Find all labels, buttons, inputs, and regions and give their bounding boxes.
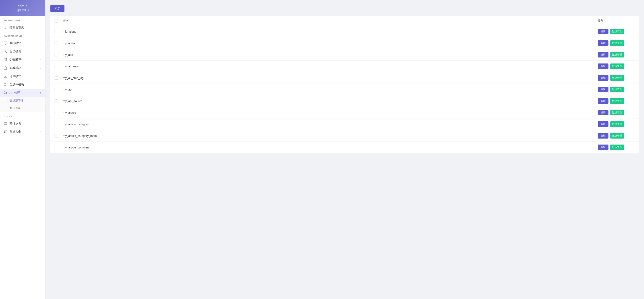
- subitem-label: 数据源管理: [10, 99, 23, 103]
- data-manage-button[interactable]: 数据管理: [610, 133, 624, 139]
- row-checkbox[interactable]: [54, 76, 58, 80]
- sidebar-item-api-module[interactable]: API管理 ∨: [0, 89, 45, 97]
- section-label-tools: TOOLS: [0, 112, 45, 119]
- svg-rect-0: [4, 42, 7, 44]
- svg-rect-10: [4, 131, 5, 132]
- row-table-name: my_ali_sms: [63, 65, 598, 68]
- row-table-name: my_ali_sms_log: [63, 76, 598, 80]
- sidebar-item-shop-module[interactable]: 商城模块 ›: [0, 64, 45, 72]
- data-manage-button[interactable]: 数据管理: [610, 40, 624, 46]
- sidebar-item-icon-collection[interactable]: 图标大全 ›: [0, 128, 45, 136]
- row-checkbox[interactable]: [54, 111, 58, 114]
- data-manage-button[interactable]: 数据管理: [610, 87, 624, 92]
- sidebar-subitem-api-list[interactable]: 接口列表: [0, 104, 45, 112]
- table-row: my_article_comment 编辑 数据管理: [50, 142, 639, 153]
- sidebar-item-dashboard-home[interactable]: ⌂ 控制台首页: [0, 23, 45, 32]
- sidebar-item-label: 系统模块: [10, 41, 21, 45]
- row-table-name: my_article: [63, 111, 598, 114]
- edit-button[interactable]: 编辑: [598, 121, 608, 127]
- svg-rect-5: [4, 75, 4, 78]
- edit-button[interactable]: 编辑: [598, 110, 608, 115]
- data-manage-button[interactable]: 数据管理: [610, 121, 624, 127]
- row-table-name: my_article_comment: [63, 146, 598, 149]
- sidebar-item-cms-module[interactable]: CMS模块 ›: [0, 56, 45, 64]
- edit-button[interactable]: 编辑: [598, 145, 608, 150]
- table-row: my_addon 编辑 数据管理: [50, 38, 639, 49]
- main-content: 添加 表名 操作 migrations 编辑 数据管理 my_addon 编辑 …: [46, 0, 644, 299]
- sidebar-subitem-datasource[interactable]: 数据源管理: [0, 97, 45, 104]
- sidebar-username: admin: [0, 4, 45, 8]
- edit-button[interactable]: 编辑: [598, 98, 608, 104]
- edit-button[interactable]: 编辑: [598, 64, 608, 69]
- table-row: my_api 编辑 数据管理: [50, 84, 639, 95]
- data-manage-button[interactable]: 数据管理: [610, 64, 624, 69]
- row-checkbox[interactable]: [54, 30, 58, 33]
- sidebar-item-media-module[interactable]: 自媒体模块 ›: [0, 80, 45, 89]
- api-submenu: 数据源管理 接口列表: [0, 97, 45, 112]
- sidebar-item-member-module[interactable]: 会员模块 ›: [0, 47, 45, 56]
- table-row: my_ads 编辑 数据管理: [50, 49, 639, 61]
- table-header: 表名 操作: [50, 16, 639, 26]
- header-checkbox[interactable]: [54, 19, 58, 23]
- sidebar-item-label: 控制台首页: [10, 26, 24, 29]
- document-icon: [3, 58, 8, 62]
- content-area: 添加 表名 操作 migrations 编辑 数据管理 my_addon 编辑 …: [46, 0, 644, 299]
- table-row: my_ali_sms_log 编辑 数据管理: [50, 72, 639, 84]
- data-manage-button[interactable]: 数据管理: [610, 29, 624, 34]
- chevron-right-icon: ›: [40, 75, 41, 78]
- data-manage-button[interactable]: 数据管理: [610, 98, 624, 104]
- sidebar-item-label: 商城模块: [10, 66, 21, 70]
- row-checkbox[interactable]: [54, 134, 58, 138]
- sidebar-item-label: 图标大全: [10, 130, 21, 134]
- edit-button[interactable]: 编辑: [598, 75, 608, 81]
- edit-button[interactable]: 编辑: [598, 87, 608, 92]
- section-label-dashboard: DASHBOARD: [0, 16, 45, 23]
- cloud-icon: [3, 91, 8, 95]
- svg-rect-6: [4, 84, 6, 86]
- add-button[interactable]: 添加: [50, 5, 64, 12]
- edit-button[interactable]: 编辑: [598, 133, 608, 139]
- svg-rect-13: [6, 132, 6, 133]
- data-manage-button[interactable]: 数据管理: [610, 110, 624, 115]
- table-row: my_ali_sms 编辑 数据管理: [50, 61, 639, 72]
- edit-button[interactable]: 编辑: [598, 29, 608, 34]
- row-checkbox[interactable]: [54, 146, 58, 149]
- table-body: migrations 编辑 数据管理 my_addon 编辑 数据管理 my_a…: [50, 26, 639, 153]
- table-row: my_article 编辑 数据管理: [50, 107, 639, 119]
- sidebar-item-order-module[interactable]: 订单模块 ›: [0, 72, 45, 80]
- row-checkbox[interactable]: [54, 42, 58, 45]
- svg-point-8: [6, 124, 6, 124]
- chevron-right-icon: ›: [40, 130, 41, 133]
- sidebar-item-label: 自媒体模块: [10, 83, 24, 86]
- video-icon: [3, 83, 8, 87]
- edit-button[interactable]: 编辑: [598, 52, 608, 58]
- row-checkbox[interactable]: [54, 53, 58, 57]
- row-table-name: my_api_source: [63, 100, 598, 103]
- row-checkbox[interactable]: [54, 100, 58, 103]
- chevron-right-icon: ›: [40, 122, 41, 125]
- edit-button[interactable]: 编辑: [598, 40, 608, 46]
- sidebar-item-system-module[interactable]: 系统模块 ›: [0, 39, 45, 47]
- sidebar: admin 超级管理员 DASHBOARD ⌂ 控制台首页 SYSTEM MEN…: [0, 0, 46, 299]
- row-table-name: my_article_category: [63, 123, 598, 126]
- col-header-name: 表名: [63, 19, 598, 23]
- chevron-right-icon: ›: [40, 42, 41, 45]
- chevron-right-icon: ›: [40, 58, 41, 61]
- row-checkbox[interactable]: [54, 123, 58, 126]
- sidebar-header: admin 超级管理员: [0, 0, 45, 16]
- svg-rect-12: [4, 132, 5, 133]
- bag-icon: [3, 66, 8, 70]
- data-manage-button[interactable]: 数据管理: [610, 145, 624, 150]
- sidebar-item-label: 会员模块: [10, 50, 21, 53]
- data-manage-button[interactable]: 数据管理: [610, 75, 624, 81]
- sidebar-item-label: API管理: [10, 91, 20, 95]
- chevron-down-icon: ∨: [39, 91, 41, 94]
- row-checkbox[interactable]: [54, 65, 58, 68]
- table-row: my_api_source 编辑 数据管理: [50, 95, 639, 107]
- sidebar-item-payment-example[interactable]: 支付示例 ›: [0, 119, 45, 128]
- data-table: 表名 操作 migrations 编辑 数据管理 my_addon 编辑 数据管…: [50, 16, 639, 153]
- sidebar-item-label: 支付示例: [10, 122, 21, 125]
- row-checkbox[interactable]: [54, 88, 58, 91]
- subitem-label: 接口列表: [10, 106, 21, 110]
- data-manage-button[interactable]: 数据管理: [610, 52, 624, 58]
